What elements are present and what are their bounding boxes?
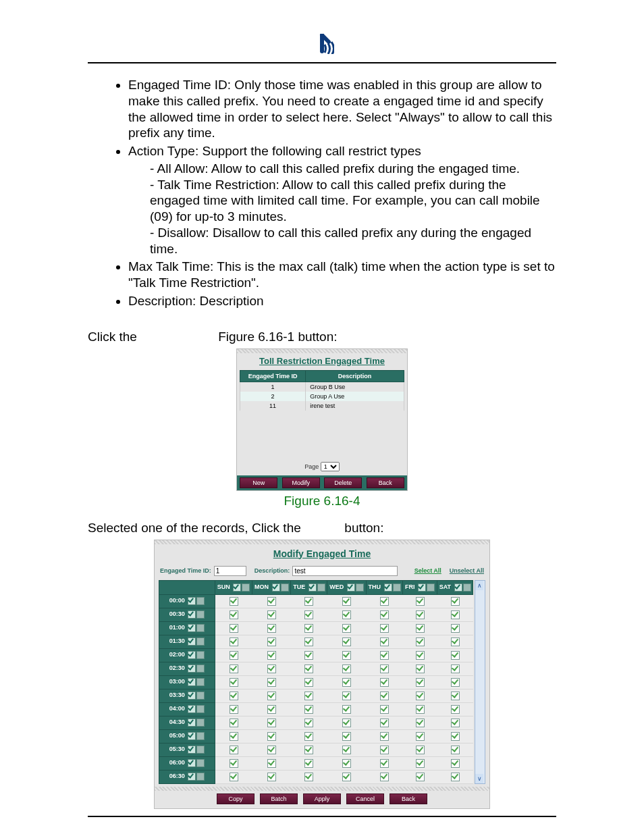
- grid-cell[interactable]: [437, 756, 473, 770]
- grid-cell[interactable]: [437, 621, 473, 635]
- checkbox-icon[interactable]: [380, 597, 389, 606]
- scroll-up-icon[interactable]: ∧: [475, 581, 483, 590]
- grid-cell[interactable]: [215, 621, 252, 635]
- grid-cell[interactable]: [403, 756, 437, 770]
- grid-cell[interactable]: [403, 675, 437, 689]
- checkbox-icon[interactable]: [416, 705, 425, 714]
- unselect-row-icon[interactable]: [196, 664, 205, 673]
- grid-cell[interactable]: [403, 635, 437, 648]
- time-label-cell[interactable]: 04:00: [159, 702, 215, 716]
- checkbox-icon[interactable]: [230, 610, 238, 619]
- checkbox-icon[interactable]: [451, 719, 460, 727]
- select-row-icon[interactable]: [188, 705, 196, 713]
- grid-cell[interactable]: [327, 702, 366, 716]
- grid-cell[interactable]: [327, 729, 366, 743]
- checkbox-icon[interactable]: [380, 773, 389, 781]
- checkbox-icon[interactable]: [380, 637, 389, 646]
- checkbox-icon[interactable]: [451, 637, 460, 646]
- time-label-cell[interactable]: 06:00: [159, 756, 215, 770]
- time-label-cell[interactable]: 00:30: [159, 608, 215, 621]
- checkbox-icon[interactable]: [230, 719, 238, 727]
- grid-cell[interactable]: [437, 716, 473, 729]
- checkbox-icon[interactable]: [230, 597, 238, 606]
- select-row-icon[interactable]: [188, 692, 196, 700]
- checkbox-icon[interactable]: [342, 759, 351, 768]
- checkbox-icon[interactable]: [267, 637, 276, 646]
- grid-cell[interactable]: [327, 770, 366, 783]
- col-day[interactable]: THU: [366, 580, 403, 594]
- checkbox-icon[interactable]: [267, 624, 276, 633]
- grid-cell[interactable]: [215, 729, 252, 743]
- grid-cell[interactable]: [403, 594, 437, 608]
- grid-cell[interactable]: [366, 594, 403, 608]
- time-label-cell[interactable]: 05:30: [159, 743, 215, 756]
- checkbox-icon[interactable]: [230, 705, 238, 714]
- checkbox-icon[interactable]: [267, 651, 276, 660]
- grid-cell[interactable]: [327, 716, 366, 729]
- checkbox-icon[interactable]: [342, 773, 351, 781]
- checkbox-icon[interactable]: [451, 705, 460, 714]
- table-row[interactable]: 2Group A Use: [240, 392, 404, 401]
- checkbox-icon[interactable]: [342, 664, 351, 673]
- checkbox-icon[interactable]: [416, 610, 425, 619]
- unselect-row-icon[interactable]: [196, 719, 205, 727]
- col-day[interactable]: TUE: [291, 580, 327, 594]
- checkbox-icon[interactable]: [380, 664, 389, 673]
- checkbox-icon[interactable]: [304, 705, 313, 714]
- grid-cell[interactable]: [215, 716, 252, 729]
- checkbox-icon[interactable]: [342, 719, 351, 727]
- grid-cell[interactable]: [327, 635, 366, 648]
- checkbox-icon[interactable]: [451, 746, 460, 754]
- scrollbar[interactable]: ∧ ∨: [475, 580, 485, 784]
- checkbox-icon[interactable]: [342, 597, 351, 606]
- grid-cell[interactable]: [366, 648, 403, 662]
- grid-cell[interactable]: [291, 756, 327, 770]
- grid-cell[interactable]: [252, 594, 291, 608]
- apply-button[interactable]: Apply: [303, 793, 341, 804]
- grid-cell[interactable]: [291, 662, 327, 675]
- grid-cell[interactable]: [291, 689, 327, 702]
- checkbox-icon[interactable]: [267, 692, 276, 700]
- select-col-icon[interactable]: [272, 583, 280, 592]
- checkbox-icon[interactable]: [451, 597, 460, 606]
- checkbox-icon[interactable]: [230, 759, 238, 768]
- select-col-icon[interactable]: [418, 583, 426, 592]
- checkbox-icon[interactable]: [380, 705, 389, 714]
- time-label-cell[interactable]: 03:30: [159, 689, 215, 702]
- time-label-cell[interactable]: 00:00: [159, 594, 215, 608]
- checkbox-icon[interactable]: [342, 637, 351, 646]
- checkbox-icon[interactable]: [342, 678, 351, 687]
- checkbox-icon[interactable]: [304, 637, 313, 646]
- select-row-icon[interactable]: [188, 759, 196, 767]
- select-row-icon[interactable]: [188, 773, 196, 781]
- grid-cell[interactable]: [252, 689, 291, 702]
- grid-cell[interactable]: [252, 729, 291, 743]
- unselect-row-icon[interactable]: [196, 759, 205, 767]
- grid-cell[interactable]: [437, 743, 473, 756]
- unselect-row-icon[interactable]: [196, 597, 205, 605]
- grid-cell[interactable]: [215, 662, 252, 675]
- grid-cell[interactable]: [327, 743, 366, 756]
- table-row[interactable]: 11irene test: [240, 401, 404, 411]
- unselect-row-icon[interactable]: [196, 705, 205, 713]
- grid-cell[interactable]: [291, 594, 327, 608]
- grid-cell[interactable]: [437, 770, 473, 783]
- cancel-button[interactable]: Cancel: [346, 793, 384, 804]
- checkbox-icon[interactable]: [416, 664, 425, 673]
- checkbox-icon[interactable]: [416, 597, 425, 606]
- checkbox-icon[interactable]: [416, 637, 425, 646]
- grid-cell[interactable]: [366, 729, 403, 743]
- grid-cell[interactable]: [403, 716, 437, 729]
- grid-cell[interactable]: [403, 608, 437, 621]
- select-row-icon[interactable]: [188, 719, 196, 727]
- grid-cell[interactable]: [366, 662, 403, 675]
- checkbox-icon[interactable]: [380, 678, 389, 687]
- grid-cell[interactable]: [366, 756, 403, 770]
- grid-cell[interactable]: [215, 648, 252, 662]
- col-day[interactable]: WED: [327, 580, 366, 594]
- grid-cell[interactable]: [215, 689, 252, 702]
- checkbox-icon[interactable]: [451, 773, 460, 781]
- batch-button[interactable]: Batch: [260, 793, 298, 804]
- checkbox-icon[interactable]: [342, 651, 351, 660]
- grid-cell[interactable]: [437, 689, 473, 702]
